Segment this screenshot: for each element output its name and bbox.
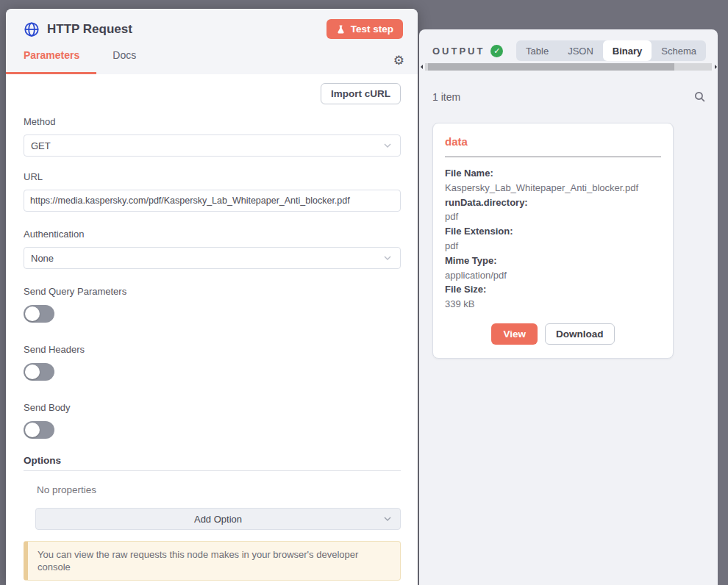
test-step-button[interactable]: Test step (326, 19, 403, 39)
url-input[interactable] (24, 190, 401, 212)
card-divider (445, 157, 661, 157)
toggle-knob (25, 423, 40, 437)
output-title: OUTPUT (432, 46, 485, 57)
test-step-label: Test step (351, 24, 393, 35)
tab-binary[interactable]: Binary (603, 40, 652, 61)
items-count: 1 item (432, 91, 460, 103)
tab-schema[interactable]: Schema (652, 40, 706, 61)
scrollbar-right-arrow[interactable] (715, 65, 717, 69)
file-name-field: File Name: Kaspersky_Lab_Whitepaper_Anti… (445, 166, 661, 195)
rundata-directory-field: runData.directory: pdf (445, 195, 661, 225)
scrollbar-left-arrow[interactable] (421, 65, 423, 69)
file-extension-field: File Extension: pdf (445, 224, 661, 254)
chevron-down-icon (382, 140, 393, 151)
developer-console-notice: You can view the raw requests this node … (24, 541, 401, 581)
active-tab-underline (6, 72, 96, 74)
authentication-value: None (31, 253, 54, 264)
toggle-knob (25, 365, 40, 379)
output-header: OUTPUT ✓ Table JSON Binary Schema (419, 29, 718, 61)
field-value: application/pdf (445, 268, 661, 283)
field-label: File Size: (445, 282, 661, 297)
field-label: Mime Type: (445, 254, 661, 268)
field-label: File Name: (445, 166, 661, 181)
view-button[interactable]: View (491, 323, 538, 345)
tab-docs[interactable]: Docs (113, 49, 136, 61)
globe-icon (24, 21, 40, 37)
output-view-tabs: Table JSON Binary Schema (516, 40, 706, 61)
chevron-down-icon (382, 252, 393, 264)
send-headers-toggle[interactable] (24, 363, 54, 381)
field-value: pdf (445, 209, 661, 224)
flask-icon (336, 24, 346, 35)
download-button[interactable]: Download (545, 323, 615, 345)
binary-data-card: data File Name: Kaspersky_Lab_Whitepaper… (432, 123, 674, 359)
add-option-label: Add Option (194, 514, 242, 525)
node-panel-header: HTTP Request Test step Parameters Docs ⚙ (6, 9, 418, 74)
import-curl-row: Import cURL (24, 83, 401, 104)
success-check-icon: ✓ (490, 45, 503, 57)
field-value: 339 kB (445, 297, 661, 312)
url-label: URL (24, 171, 401, 182)
output-panel: OUTPUT ✓ Table JSON Binary Schema 1 item… (419, 29, 718, 585)
node-tabs: Parameters Docs (21, 49, 403, 61)
send-query-parameters-label: Send Query Parameters (24, 286, 401, 297)
file-size-field: File Size: 339 kB (445, 282, 661, 312)
add-option-button[interactable]: Add Option (35, 508, 401, 530)
options-section-heading: Options (24, 455, 401, 471)
send-body-label: Send Body (24, 402, 401, 413)
field-label: File Extension: (445, 224, 661, 239)
method-select[interactable]: GET (24, 134, 401, 157)
horizontal-scrollbar[interactable] (419, 62, 718, 71)
method-label: Method (24, 116, 401, 127)
output-items-row: 1 item (419, 90, 718, 103)
search-icon[interactable] (693, 90, 706, 103)
node-parameters-body: Import cURL Method GET URL Authenticatio… (6, 74, 418, 581)
send-headers-label: Send Headers (24, 344, 401, 355)
scrollbar-thumb[interactable] (428, 63, 674, 71)
binary-key-title: data (445, 135, 661, 148)
send-query-parameters-toggle[interactable] (24, 305, 54, 323)
import-curl-button[interactable]: Import cURL (321, 83, 401, 104)
toggle-knob (25, 306, 40, 321)
node-title-row: HTTP Request Test step (24, 19, 403, 39)
field-value: Kaspersky_Lab_Whitepaper_Anti_blocker.pd… (445, 181, 661, 195)
field-label: runData.directory: (445, 195, 661, 210)
chevron-down-icon (382, 513, 393, 525)
tab-json[interactable]: JSON (558, 40, 603, 61)
page-title: HTTP Request (47, 22, 132, 37)
field-value: pdf (445, 239, 661, 254)
mime-type-field: Mime Type: application/pdf (445, 254, 661, 283)
gear-icon[interactable]: ⚙ (393, 53, 404, 68)
send-body-toggle[interactable] (24, 421, 54, 439)
options-empty-text: No properties (37, 484, 401, 495)
binary-card-buttons: View Download (445, 323, 661, 345)
tab-parameters[interactable]: Parameters (24, 49, 79, 61)
tab-table[interactable]: Table (516, 40, 558, 61)
authentication-label: Authentication (24, 229, 401, 240)
authentication-select[interactable]: None (24, 247, 401, 269)
method-value: GET (31, 140, 51, 151)
http-request-node-panel: HTTP Request Test step Parameters Docs ⚙… (6, 9, 418, 585)
